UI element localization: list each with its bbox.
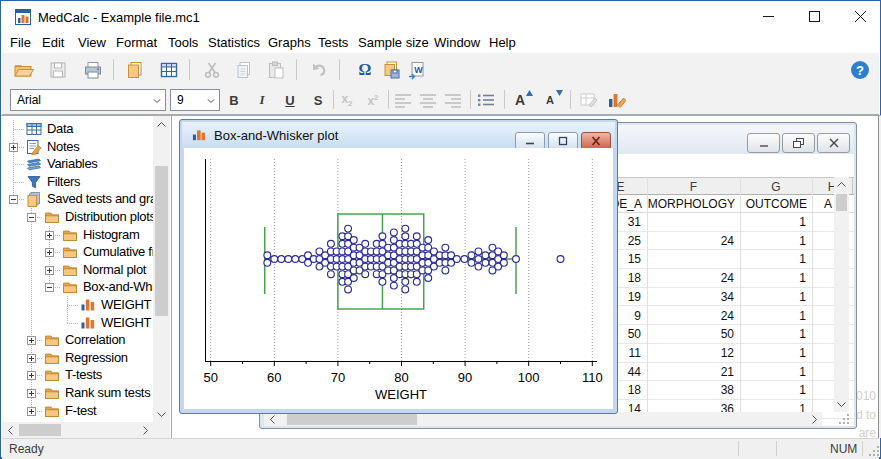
- collapse-icon[interactable]: [45, 283, 54, 292]
- cell[interactable]: 24: [647, 269, 734, 287]
- cell[interactable]: 1: [740, 213, 806, 231]
- scroll-left-icon[interactable]: [2, 422, 18, 438]
- sidebar-item-cumulative-frequency[interactable]: Cumulative frequency: [83, 244, 154, 259]
- sidebar-item-saved-tests-and-graphs[interactable]: Saved tests and graphs: [47, 191, 154, 206]
- scroll-right-icon[interactable]: [806, 412, 822, 426]
- menu-help[interactable]: Help: [489, 31, 516, 53]
- maximize-button[interactable]: [791, 2, 837, 31]
- cell[interactable]: 34: [647, 288, 734, 306]
- cell[interactable]: 1: [740, 232, 806, 250]
- copy-save-button[interactable]: [378, 57, 404, 83]
- edit-chart-button[interactable]: [604, 88, 630, 112]
- column-header-G[interactable]: G: [740, 180, 812, 194]
- menu-sample-size[interactable]: Sample size: [358, 31, 429, 53]
- sidebar-item-rank-sum-tests[interactable]: Rank sum tests: [65, 385, 150, 400]
- open-file-button[interactable]: [10, 57, 36, 83]
- cell[interactable]: 1: [740, 344, 806, 362]
- font-name-select[interactable]: Arial: [10, 89, 166, 111]
- strikethrough-button[interactable]: S: [305, 88, 331, 112]
- sidebar-item-normal-plot[interactable]: Normal plot: [83, 262, 146, 277]
- edit-table-button[interactable]: [576, 88, 602, 112]
- bold-button[interactable]: B: [221, 88, 247, 112]
- sidebar-item-box-and-whisker[interactable]: Box-and-Whisker: [83, 279, 154, 294]
- sheet-minimize-button[interactable]: [747, 133, 780, 153]
- cell[interactable]: [647, 250, 734, 268]
- sheet-close-button[interactable]: [817, 133, 850, 153]
- sidebar-item-histogram[interactable]: Histogram: [83, 227, 140, 242]
- cell[interactable]: 1: [740, 325, 806, 343]
- cell[interactable]: 1: [740, 288, 806, 306]
- tree-hscroll-thumb[interactable]: [19, 424, 61, 436]
- close-button[interactable]: [837, 2, 881, 31]
- help-button[interactable]: ?: [847, 57, 873, 83]
- cell[interactable]: 24: [647, 307, 734, 325]
- sheet-hscrollbar[interactable]: [264, 412, 822, 426]
- expand-icon[interactable]: [45, 248, 54, 257]
- expand-icon[interactable]: [27, 354, 36, 363]
- cell[interactable]: 24: [647, 232, 734, 250]
- sidebar-item-notes[interactable]: Notes: [47, 139, 79, 154]
- paste-button[interactable]: [263, 57, 289, 83]
- new-table-button[interactable]: [156, 57, 182, 83]
- underline-button[interactable]: U: [277, 88, 303, 112]
- sheet-hscroll-thumb[interactable]: [287, 413, 417, 425]
- scroll-down-icon[interactable]: [834, 397, 849, 412]
- align-right-button[interactable]: [440, 88, 466, 112]
- menu-file[interactable]: File: [10, 31, 31, 53]
- menu-tools[interactable]: Tools: [168, 31, 198, 53]
- italic-button[interactable]: I: [249, 88, 275, 112]
- cell[interactable]: 21: [647, 363, 734, 381]
- sidebar-item-filters[interactable]: Filters: [47, 174, 80, 189]
- superscript-button[interactable]: x2: [360, 88, 386, 112]
- sheet-vscroll-thumb[interactable]: [836, 194, 847, 211]
- collapse-icon[interactable]: [9, 195, 18, 204]
- sidebar-item-variables[interactable]: Variables: [47, 156, 98, 171]
- align-left-button[interactable]: [390, 88, 416, 112]
- sidebar-item-regression[interactable]: Regression: [65, 350, 128, 365]
- cell[interactable]: 38: [647, 381, 734, 399]
- print-button[interactable]: [80, 57, 106, 83]
- expand-icon[interactable]: [27, 389, 36, 398]
- scroll-up-icon[interactable]: [153, 116, 170, 132]
- scroll-right-icon[interactable]: [137, 422, 153, 438]
- cell[interactable]: 12: [647, 344, 734, 362]
- expand-icon[interactable]: [27, 336, 36, 345]
- plot-title-bar[interactable]: Box-and-Whisker plot: [182, 122, 615, 148]
- undo-button[interactable]: [306, 57, 332, 83]
- sidebar-item-distribution-plots[interactable]: Distribution plots: [65, 209, 154, 224]
- menu-tests[interactable]: Tests: [318, 31, 348, 53]
- menu-view[interactable]: View: [78, 31, 106, 53]
- tree-hscrollbar[interactable]: [2, 422, 153, 438]
- cell[interactable]: 1: [740, 307, 806, 325]
- minimize-button[interactable]: [745, 2, 791, 31]
- cell[interactable]: [647, 213, 734, 231]
- duplicate-button[interactable]: [122, 57, 148, 83]
- copy-button[interactable]: [231, 57, 257, 83]
- increase-font-button[interactable]: A: [510, 88, 536, 112]
- scroll-down-icon[interactable]: [153, 406, 170, 422]
- decrease-font-button[interactable]: A: [540, 88, 566, 112]
- cut-button[interactable]: [199, 57, 225, 83]
- menu-edit[interactable]: Edit: [42, 31, 64, 53]
- expand-icon[interactable]: [45, 231, 54, 240]
- menu-window[interactable]: Window: [434, 31, 480, 53]
- save-file-button[interactable]: [45, 57, 71, 83]
- menu-graphs[interactable]: Graphs: [268, 31, 311, 53]
- collapse-icon[interactable]: [27, 213, 36, 222]
- sidebar-item-t-tests[interactable]: T-tests: [65, 367, 102, 382]
- expand-icon[interactable]: [27, 407, 36, 416]
- menu-statistics[interactable]: Statistics: [208, 31, 260, 53]
- tree-vscroll-thumb[interactable]: [155, 166, 168, 316]
- column-header-F[interactable]: F: [647, 180, 740, 194]
- insert-symbol-button[interactable]: Ω: [352, 57, 378, 83]
- cell[interactable]: 50: [647, 325, 734, 343]
- cell[interactable]: 1: [740, 269, 806, 287]
- expand-icon[interactable]: [27, 371, 36, 380]
- menu-format[interactable]: Format: [116, 31, 157, 53]
- list-button[interactable]: [473, 88, 499, 112]
- scroll-up-icon[interactable]: [834, 177, 849, 192]
- sheet-restore-button[interactable]: [782, 133, 815, 153]
- expand-icon[interactable]: [45, 266, 54, 275]
- resize-grip-icon[interactable]: [838, 412, 851, 425]
- sidebar-item-f-test[interactable]: F-test: [65, 403, 96, 418]
